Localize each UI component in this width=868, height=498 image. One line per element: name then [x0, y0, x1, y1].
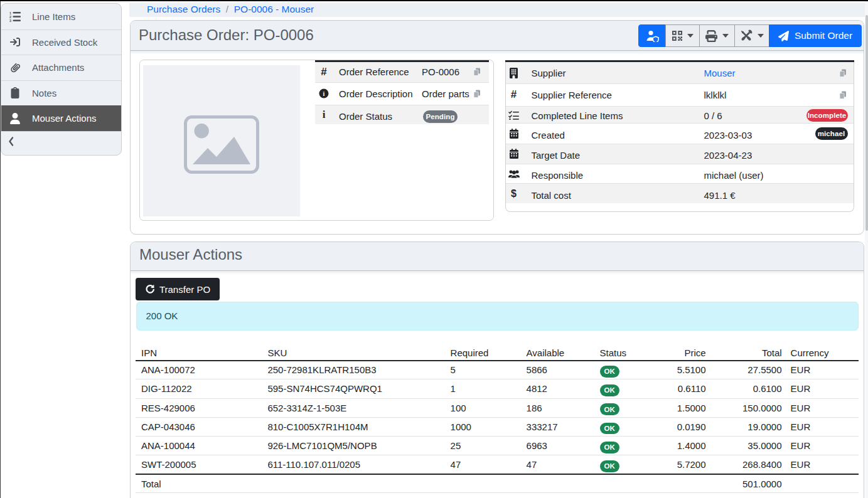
svg-text:i: i	[323, 90, 325, 97]
svg-text:1: 1	[9, 11, 11, 15]
svg-text:2: 2	[9, 15, 11, 19]
svg-text:3: 3	[9, 19, 11, 22]
